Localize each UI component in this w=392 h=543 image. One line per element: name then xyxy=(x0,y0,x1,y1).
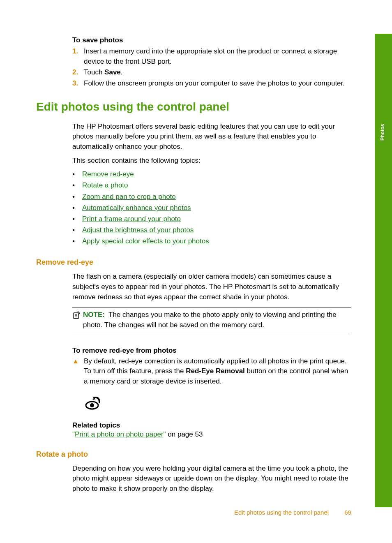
topic-item: •Zoom and pan to crop a photo xyxy=(72,191,351,202)
link-adjust-brightness[interactable]: Adjust the brightness of your photos xyxy=(82,224,194,236)
related-topics-title: Related topics xyxy=(72,421,351,430)
link-zoom-pan[interactable]: Zoom and pan to crop a photo xyxy=(82,191,176,202)
bullet-icon: • xyxy=(72,169,82,180)
link-print-photo-paper[interactable]: Print a photo on photo paper xyxy=(75,430,164,438)
intro-p2: This section contains the following topi… xyxy=(72,156,351,166)
intro-p1: The HP Photosmart offers several basic e… xyxy=(72,122,351,152)
proc-item: ▲ By default, red-eye correction is auto… xyxy=(72,356,351,387)
list-item: 2. Touch Save. xyxy=(72,67,351,78)
list-number: 3. xyxy=(72,79,84,89)
red-eye-icon xyxy=(84,397,351,411)
heading-rotate-photo: Rotate a photo xyxy=(36,450,351,459)
save-photos-section: To save photos 1. Insert a memory card i… xyxy=(72,36,351,89)
bullet-icon: • xyxy=(72,202,82,213)
remove-red-eye-p1: The flash on a camera (especially on old… xyxy=(72,272,351,302)
proc-text: By default, red-eye correction is automa… xyxy=(84,356,351,387)
footer-page: 69 xyxy=(344,509,351,516)
topic-item: •Remove red-eye xyxy=(72,169,351,180)
list-item: 1. Insert a memory card into the appropr… xyxy=(72,46,351,67)
list-text: Insert a memory card into the appropriat… xyxy=(84,46,351,67)
topics-list: •Remove red-eye •Rotate a photo •Zoom an… xyxy=(72,169,351,247)
bullet-icon: • xyxy=(72,224,82,236)
note-text: NOTE: The changes you make to the photo … xyxy=(83,310,351,330)
link-print-frame[interactable]: Print a frame around your photo xyxy=(82,213,181,224)
side-tab: Photos xyxy=(375,34,392,507)
remove-red-eye-section: The flash on a camera (especially on old… xyxy=(72,272,351,438)
bullet-icon: • xyxy=(72,180,82,191)
heading-remove-red-eye: Remove red-eye xyxy=(36,258,351,267)
rotate-p1: Depending on how you were holding your d… xyxy=(72,464,351,494)
footer-title: Edit photos using the control panel xyxy=(234,509,329,516)
link-auto-enhance[interactable]: Automatically enhance your photos xyxy=(82,202,191,213)
topic-item: •Adjust the brightness of your photos xyxy=(72,224,351,236)
list-number: 2. xyxy=(72,67,84,78)
link-rotate-photo[interactable]: Rotate a photo xyxy=(82,180,128,191)
topic-item: •Rotate a photo xyxy=(72,180,351,191)
save-photos-title: To save photos xyxy=(72,36,351,44)
link-remove-red-eye[interactable]: Remove red-eye xyxy=(82,169,134,180)
proc-title: To remove red-eye from photos xyxy=(72,347,351,355)
page-footer: Edit photos using the control panel 69 xyxy=(234,509,351,516)
topic-item: •Print a frame around your photo xyxy=(72,213,351,224)
proc-list: ▲ By default, red-eye correction is auto… xyxy=(72,356,351,387)
svg-point-5 xyxy=(90,403,94,407)
bullet-icon: • xyxy=(72,213,82,224)
list-text: Follow the onscreen prompts on your comp… xyxy=(84,79,345,89)
topic-item: •Automatically enhance your photos xyxy=(72,202,351,213)
note-icon xyxy=(72,310,83,330)
side-tab-label: Photos xyxy=(380,124,385,141)
save-photos-list: 1. Insert a memory card into the appropr… xyxy=(72,46,351,89)
intro-section: The HP Photosmart offers several basic e… xyxy=(72,122,351,247)
topic-item: •Apply special color effects to your pho… xyxy=(72,236,351,247)
list-text: Touch Save. xyxy=(84,67,123,78)
related-page-ref: on page 53 xyxy=(166,430,203,438)
note-label: NOTE: xyxy=(83,311,105,319)
list-number: 1. xyxy=(72,46,84,67)
note-block: NOTE: The changes you make to the photo … xyxy=(72,307,351,334)
triangle-icon: ▲ xyxy=(72,356,84,387)
note-body: The changes you make to the photo apply … xyxy=(83,311,337,329)
bullet-icon: • xyxy=(72,191,82,202)
page-content: To save photos 1. Insert a memory card i… xyxy=(0,0,392,494)
link-color-effects[interactable]: Apply special color effects to your phot… xyxy=(82,236,209,247)
list-item: 3. Follow the onscreen prompts on your c… xyxy=(72,79,351,89)
bullet-icon: • xyxy=(72,236,82,247)
heading-edit-photos: Edit photos using the control panel xyxy=(36,100,351,113)
related-link-line: "Print a photo on photo paper" on page 5… xyxy=(72,430,351,439)
rotate-photo-section: Depending on how you were holding your d… xyxy=(72,464,351,494)
